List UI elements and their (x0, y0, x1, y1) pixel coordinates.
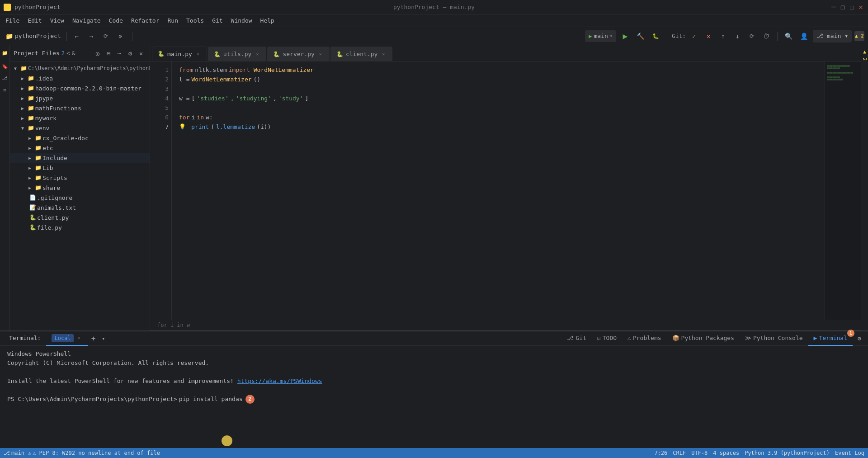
tree-item-mywork[interactable]: ▶ 📁 mywork (10, 113, 150, 123)
menu-tools[interactable]: Tools (183, 16, 208, 25)
file-tree-amp: & (72, 50, 75, 57)
add-terminal-btn[interactable]: + (88, 333, 99, 344)
status-git-branch[interactable]: ⎇ main (4, 450, 24, 456)
git-history-btn[interactable]: ⏱ (760, 30, 773, 42)
tab-client-py[interactable]: 🐍 client.py ✕ (330, 47, 392, 61)
tab-python-console[interactable]: ≫ Python Console (740, 331, 808, 346)
search-btn[interactable]: 🔍 (782, 30, 795, 42)
warning-badge[interactable]: ▲ 2 (854, 31, 864, 41)
tab-terminal[interactable]: ▶ Terminal 1 (808, 331, 853, 346)
tab-todo[interactable]: ☑ TODO (592, 331, 622, 346)
sidebar-structure-icon[interactable]: ≡ (1, 86, 9, 94)
title-bar: pythonProject pythonProject – main.py ─ … (0, 0, 868, 14)
tab-server-py-close[interactable]: ✕ (317, 51, 324, 57)
toolbar-back-btn[interactable]: ← (71, 30, 83, 42)
menu-help[interactable]: Help (257, 16, 278, 25)
menu-refactor[interactable]: Refactor (127, 16, 163, 25)
tree-item-etc[interactable]: ▶ 📁 etc (10, 143, 150, 153)
build-btn[interactable]: 🔨 (634, 30, 647, 42)
toolbar-forward-btn[interactable]: → (85, 30, 98, 42)
sidebar-bookmarks-icon[interactable]: 🔖 (1, 62, 9, 71)
tab-git[interactable]: ⎇ Git (561, 331, 591, 346)
menu-code[interactable]: Code (105, 16, 127, 25)
close-btn[interactable]: ✕ (857, 4, 864, 11)
maximize-btn[interactable]: ☐ (848, 4, 855, 11)
run-button[interactable]: ▶ (619, 30, 632, 42)
file-tree-settings-btn[interactable]: ⚙ (125, 48, 135, 58)
file-tree-content[interactable]: ▼ 📁 C:\Users\Admin\PycharmProjects\pytho… (10, 61, 150, 331)
bulb-icon[interactable]: 💡 (179, 122, 186, 132)
local-close[interactable]: ✕ (75, 335, 83, 342)
menu-view[interactable]: View (47, 16, 68, 25)
install-link[interactable]: https://aka.ms/PSWindows (237, 378, 322, 384)
status-warning[interactable]: ⚠ ⚠ PEP 8: W292 no newline at end of fil… (28, 450, 160, 456)
python-console-icon: ≫ (745, 335, 751, 341)
restore-btn[interactable]: ❐ (839, 4, 846, 11)
tree-item-gitignore[interactable]: ▶ 📄 .gitignore (10, 193, 150, 203)
status-python[interactable]: Python 3.9 (pythonProject) (745, 450, 830, 456)
tree-item-math[interactable]: ▶ 📁 mathFunctions (10, 103, 150, 113)
menu-file[interactable]: File (2, 16, 23, 25)
git-check-btn[interactable]: ✓ (688, 30, 700, 42)
minimize-btn[interactable]: ─ (830, 4, 837, 11)
status-utf8[interactable]: UTF-8 (691, 450, 708, 456)
tree-item-share[interactable]: ▶ 📁 share (10, 183, 150, 193)
tree-item-include[interactable]: ▶ 📁 Include (10, 153, 150, 163)
file-tree-collapse-btn[interactable]: ⊟ (104, 48, 113, 58)
tab-problems[interactable]: ⚠ Problems (622, 331, 666, 346)
tree-item-file[interactable]: ▶ 🐍 file.py (10, 222, 150, 232)
file-tree-dots-btn[interactable]: ⋯ (114, 48, 124, 58)
tree-item-animals[interactable]: ▶ 📝 animals.txt (10, 203, 150, 212)
git-down-btn[interactable]: ↓ (731, 30, 744, 42)
tab-main-py-close[interactable]: ✕ (195, 51, 201, 57)
menu-git[interactable]: Git (208, 16, 226, 25)
tab-main-py[interactable]: 🐍 main.py ✕ (152, 47, 207, 61)
terminal-more-btn[interactable]: ▾ (99, 334, 108, 343)
toolbar-project-btn[interactable]: 📁 pythonProject (4, 30, 63, 42)
tab-client-py-close[interactable]: ✕ (380, 51, 387, 57)
toolbar-settings-btn[interactable]: ⚙ (114, 30, 127, 42)
terminal-content[interactable]: Windows PowerShell Copyright (C) Microso… (0, 346, 868, 448)
git-arrow-btn[interactable]: ↑ (717, 30, 729, 42)
tab-local[interactable]: Local ✕ (46, 331, 88, 346)
tree-item-cx[interactable]: ▶ 📁 cx_Oracle-doc (10, 133, 150, 143)
status-crlf[interactable]: CRLF (673, 450, 686, 456)
code-editor[interactable]: 1 2 3 4 5 6 7 from nltk.stem import Word… (150, 61, 861, 320)
tree-item-lib[interactable]: ▶ 📁 Lib (10, 163, 150, 173)
status-spaces[interactable]: 4 spaces (713, 450, 739, 456)
menu-edit[interactable]: Edit (24, 16, 45, 25)
status-position[interactable]: 7:26 (654, 450, 667, 456)
file-tree-actions: ◎ ⊟ ⋯ ⚙ ✕ (93, 48, 146, 58)
sidebar-project-icon[interactable]: 📁 (1, 49, 9, 57)
tab-server-py[interactable]: 🐍 server.py ✕ (267, 47, 329, 61)
git-x-btn[interactable]: ✕ (702, 30, 715, 42)
menu-navigate[interactable]: Navigate (69, 16, 104, 25)
bottom-gear-btn[interactable]: ⚙ (854, 334, 864, 344)
tree-item-client[interactable]: ▶ 🐍 client.py (10, 212, 150, 222)
tab-python-packages[interactable]: 📦 Python Packages (667, 331, 740, 346)
file-tree-close-btn[interactable]: ✕ (136, 48, 146, 58)
toolbar-sync-btn[interactable]: ⟳ (99, 30, 112, 42)
tree-item-venv[interactable]: ▼ 📁 venv (10, 123, 150, 133)
tree-item-idea[interactable]: ▶ 📁 .idea (10, 73, 150, 83)
tree-item-jpype[interactable]: ▶ 📁 jpype (10, 93, 150, 103)
git-main-btn[interactable]: ⎇ main ▾ (813, 30, 852, 42)
file-tree-locate-btn[interactable]: ◎ (93, 48, 103, 58)
tab-utils-py-close[interactable]: ✕ (254, 51, 260, 57)
line-num-5: 5 (150, 103, 169, 113)
menu-run[interactable]: Run (164, 16, 182, 25)
tab-utils-py[interactable]: 🐍 utils.py ✕ (208, 47, 267, 61)
tree-root[interactable]: ▼ 📁 C:\Users\Admin\PycharmProjects\pytho… (10, 63, 150, 73)
menu-window[interactable]: Window (227, 16, 256, 25)
run-config-selector[interactable]: ▶ main ▾ (585, 30, 616, 42)
debug-btn[interactable]: 🐛 (650, 30, 662, 42)
bottom-panel: Terminal: Local ✕ + ▾ ⎇ Git ☑ TODO ⚠ Pro… (0, 331, 868, 448)
sidebar-git-icon[interactable]: ⎇ (1, 74, 9, 82)
status-event-log[interactable]: Event Log (835, 450, 864, 456)
profile-btn[interactable]: 👤 (797, 30, 810, 42)
file-tree-panel: Project Files 2 < & ◎ ⊟ ⋯ ⚙ ✕ ▼ 📁 C:\Use… (10, 45, 150, 331)
tree-item-scripts[interactable]: ▶ 📁 Scripts (10, 173, 150, 183)
tree-item-hadoop[interactable]: ▶ 📁 hadoop-common-2.2.0-bin-master (10, 83, 150, 93)
code-content[interactable]: from nltk.stem import WordNetLemmatizer … (172, 61, 825, 320)
git-refresh-btn[interactable]: ⟳ (745, 30, 758, 42)
